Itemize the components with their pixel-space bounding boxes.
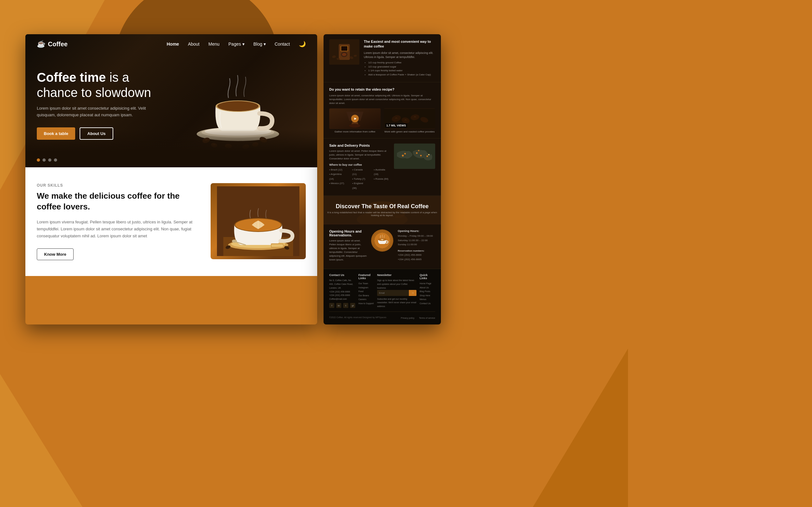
footer-link-careers[interactable]: Careers: [358, 297, 374, 302]
video-thumb-2[interactable]: 1.7 MiL VIEWS: [384, 108, 435, 129]
hours-info-title: Opening Hours:: [398, 229, 435, 233]
video-caption-1: Gather more information from coffee: [329, 130, 380, 133]
map-image: [394, 144, 435, 169]
video-section-desc: Lorem ipsum dolor sit amet, consectetur …: [329, 94, 435, 105]
footer-quick-contact[interactable]: Contact Us: [420, 302, 435, 306]
nav-blog[interactable]: Blog ▾: [253, 42, 266, 47]
map-columns: • Brazil (12) • Argentina (14) • Mexico …: [329, 168, 390, 190]
map-section: Sale and Delivery Points Lorem ipsum dol…: [323, 138, 441, 196]
newsletter-email-input[interactable]: [377, 290, 409, 296]
svg-point-44: [420, 155, 422, 156]
bg-decoration-bottom: [0, 374, 83, 507]
map-locations: Where to buy our coffee • Brazil (12) • …: [329, 163, 390, 190]
hero-buttons: Book a table About Us: [37, 127, 306, 140]
dark-mode-toggle[interactable]: 🌙: [299, 41, 306, 47]
map-description: Lorem ipsum dolor sit amet. Pellen tesqu…: [329, 149, 390, 161]
footer-newsletter-title: Newsletter: [377, 274, 416, 277]
footer-link-beans[interactable]: Our Beans: [358, 294, 374, 298]
nav-menu[interactable]: Menu: [208, 42, 219, 47]
svg-point-19: [232, 239, 237, 243]
footer-newsletter-desc: Sign up to hear about the latest News an…: [377, 279, 416, 290]
slider-dot-4[interactable]: [54, 158, 57, 162]
location-argentina: • Argentina (14): [329, 172, 346, 181]
footer-quick-shop[interactable]: Shop Here: [420, 294, 435, 298]
footer-quick-menus[interactable]: Menus: [420, 297, 435, 302]
nav-contact[interactable]: Contact: [275, 42, 290, 47]
know-more-button[interactable]: Know More: [37, 248, 73, 260]
slider-dot-1[interactable]: [37, 158, 40, 162]
blog-thumbnail: [329, 39, 359, 65]
book-table-button[interactable]: Book a table: [37, 127, 75, 140]
blog-dropdown-icon: ▾: [264, 42, 266, 47]
footer-quick-home[interactable]: Home Page: [420, 282, 435, 286]
blog-title: The Easiest and most convenient way to m…: [364, 39, 435, 49]
logo-icon: ☕: [37, 40, 45, 48]
footer-quick-title: Quick Links: [420, 274, 435, 280]
blog-description: Lorem ipsum dolor sit amet, consectetur …: [364, 51, 435, 60]
footer-address: No 9, Coffee Cafe, No. 400, Coffee Cake …: [329, 279, 355, 290]
video-thumb-1[interactable]: ▶: [329, 108, 380, 129]
main-website-panel: ☕ Coffee Home About Menu Pages ▾ Blog ▾: [26, 34, 317, 325]
hours-title: Opening Hours and Reservations.: [329, 229, 367, 237]
nav-pages[interactable]: Pages ▾: [229, 42, 245, 47]
newsletter-input-wrap: →: [377, 290, 416, 296]
slider-dot-3[interactable]: [48, 158, 51, 162]
hours-info: Opening Hours: Monday – Friday 09:00 – 0…: [398, 229, 435, 264]
nav-about[interactable]: About: [188, 42, 200, 47]
blog-list-item-4: Add a teaspoon of Coffee Paste + Shaker …: [368, 73, 435, 77]
about-us-button[interactable]: About Us: [80, 127, 113, 140]
newsletter-submit-button[interactable]: →: [409, 290, 416, 296]
map-col-3: • Australia (18) • Russia (84): [374, 168, 390, 190]
skills-text: Our Skills We make the delicious coffee …: [37, 183, 198, 260]
location-canada: • Canada (11): [352, 168, 367, 177]
reservation-title: Reservation numbers:: [398, 249, 435, 253]
social-icons: f in t yt: [329, 303, 355, 308]
hours-text: Opening Hours and Reservations. Lorem ip…: [329, 229, 367, 264]
blog-preview: The Easiest and most convenient way to m…: [329, 39, 435, 77]
skills-coffee-image: [211, 183, 306, 259]
location-mexico: • Mexico (27): [329, 181, 346, 186]
hero-title-bold: Coffee time: [37, 70, 106, 84]
facebook-icon[interactable]: f: [329, 303, 334, 308]
skills-description: Lorem ipsum viverra feugiat. Pellen tesq…: [37, 219, 198, 239]
svg-point-34: [349, 124, 360, 128]
twitter-icon[interactable]: t: [343, 303, 348, 308]
footer-link-team[interactable]: Our Team: [358, 282, 374, 286]
hours-sunday: Sunday 11:00:00: [398, 242, 435, 247]
privacy-policy-link[interactable]: Privacy policy: [401, 317, 415, 319]
video-section-title: Do you want to retain the video recipe?: [329, 88, 435, 91]
map-locations-title: Where to buy our coffee: [329, 163, 390, 166]
play-button-1[interactable]: ▶: [351, 115, 359, 122]
location-brazil: • Brazil (12): [329, 168, 346, 172]
footer-newsletter-col: Newsletter Sign up to hear about the lat…: [377, 274, 416, 308]
hero-section: ☕ Coffee Home About Menu Pages ▾ Blog ▾: [26, 34, 317, 167]
skills-title: We make the delicious coffee for the cof…: [37, 191, 198, 212]
blog-content: The Easiest and most convenient way to m…: [364, 39, 435, 77]
footer-link-support[interactable]: How to Support: [358, 302, 374, 306]
discover-section: Discover The Taste Of Real Coffee It is …: [323, 196, 441, 224]
footer-email: Coffee@mail.com: [329, 297, 355, 301]
instagram-icon[interactable]: in: [336, 303, 341, 308]
discover-title: Discover The Taste Of Real Coffee: [323, 203, 441, 210]
footer-link-instagram[interactable]: Instagram Feed: [358, 286, 374, 294]
discover-subtitle: It is a long established fact that a rea…: [323, 211, 441, 217]
youtube-icon[interactable]: yt: [350, 303, 355, 308]
navbar: ☕ Coffee Home About Menu Pages ▾ Blog ▾: [26, 34, 317, 54]
slider-dot-2[interactable]: [43, 158, 46, 162]
footer-quick-about[interactable]: About Us: [420, 286, 435, 290]
map-title: Sale and Delivery Points: [329, 144, 390, 147]
site-logo[interactable]: ☕ Coffee: [37, 40, 67, 48]
blog-list: 1/2 cup freshly ground Coffee 1/2 cup gr…: [364, 61, 435, 77]
video-thumbnails: ▶ Gather more information from coffee: [329, 108, 435, 133]
svg-point-45: [426, 155, 428, 157]
footer-contact-col: Contact Us No 9, Coffee Cafe, No. 400, C…: [329, 274, 355, 308]
footer-quick-links-col: Quick Links Home Page About Us Blog Post…: [420, 274, 435, 308]
svg-point-41: [402, 155, 404, 157]
nav-home[interactable]: Home: [166, 42, 179, 47]
location-australia: • Australia (18): [374, 168, 390, 177]
terms-link[interactable]: Terms of service: [419, 317, 435, 319]
preview-panel: The Easiest and most convenient way to m…: [323, 34, 441, 325]
blog-list-item-2: 1/2 cup granulated sugar: [368, 65, 435, 69]
footer-quick-blog[interactable]: Blog Posts: [420, 290, 435, 294]
svg-rect-25: [341, 46, 347, 51]
